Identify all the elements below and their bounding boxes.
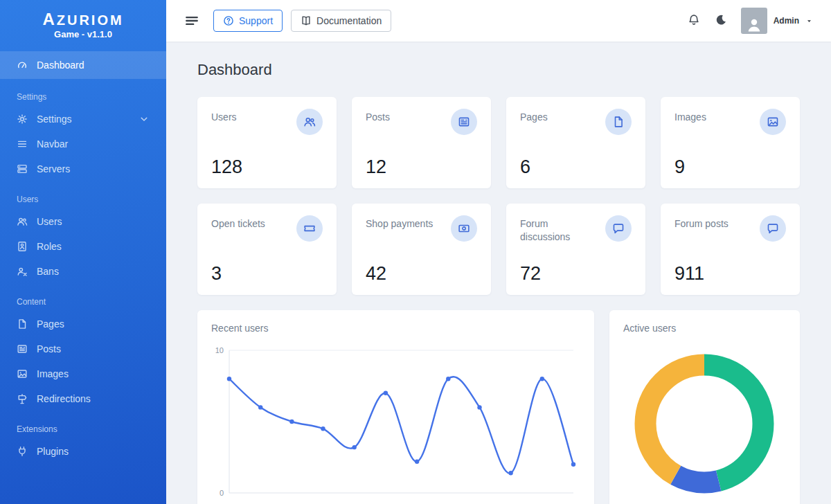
sidebar-item-navbar[interactable]: Navbar xyxy=(0,132,166,156)
stat-value: 42 xyxy=(366,264,477,283)
chat-icon xyxy=(605,215,632,242)
sidebar-item-redirections[interactable]: Redirections xyxy=(0,386,166,411)
sidebar-item-roles[interactable]: Roles xyxy=(0,234,166,259)
file-icon xyxy=(612,116,625,128)
stat-card-posts: Posts12 xyxy=(352,97,491,188)
stat-label: Images xyxy=(674,109,706,124)
documentation-button-label: Documentation xyxy=(316,15,382,26)
sidebar-item-plugins[interactable]: Plugins xyxy=(0,439,166,464)
sidebar-item-label: Posts xyxy=(37,343,61,354)
stats-grid: Users128Posts12Pages6Images9Open tickets… xyxy=(197,97,800,295)
sidebar-section-title-content: Content xyxy=(0,284,166,312)
gear-icon xyxy=(17,114,28,125)
sidebar-item-label: Redirections xyxy=(37,393,91,404)
stat-label: Shop payments xyxy=(366,215,433,231)
user-menu[interactable]: Admin xyxy=(741,8,813,34)
file-icon xyxy=(17,318,28,330)
question-circle-icon xyxy=(223,15,234,26)
main-content: Dashboard Users128Posts12Pages6Images9Op… xyxy=(166,42,831,504)
sidebar-item-label: Images xyxy=(37,368,69,379)
active-users-title: Active users xyxy=(623,323,786,334)
notifications-button[interactable] xyxy=(687,14,701,28)
chevron-down-icon xyxy=(138,114,150,125)
sidebar-item-images[interactable]: Images xyxy=(0,361,166,386)
stat-label: Users xyxy=(211,109,237,124)
list-icon xyxy=(17,138,28,150)
plug-icon xyxy=(17,446,28,457)
stat-card-users: Users128 xyxy=(197,97,337,188)
people-icon xyxy=(17,216,28,227)
sidebar-item-servers[interactable]: Servers xyxy=(0,156,166,181)
server-icon xyxy=(17,163,28,174)
bell-icon xyxy=(688,14,700,26)
image-icon xyxy=(760,109,786,135)
stat-label: Open tickets xyxy=(211,215,265,231)
sidebar-item-label: Servers xyxy=(37,163,70,174)
stat-card-header: Open tickets xyxy=(211,215,323,242)
sidebar-item-pages[interactable]: Pages xyxy=(0,312,166,336)
stat-card-forum-discussions: Forum discussions72 xyxy=(506,204,645,295)
caret-down-icon xyxy=(805,17,813,25)
sidebar-item-label: Users xyxy=(37,216,62,227)
stat-label: Pages xyxy=(520,109,548,124)
stat-value: 12 xyxy=(366,158,477,177)
brand-version: Game - v1.1.0 xyxy=(0,29,166,39)
cash-icon xyxy=(458,222,470,235)
sidebar-item-posts[interactable]: Posts xyxy=(0,336,166,361)
stat-card-open-tickets: Open tickets3 xyxy=(197,204,337,295)
chat-icon xyxy=(760,215,786,242)
stat-card-header: Forum posts xyxy=(674,215,786,242)
brand-logo[interactable]: AZURIOM Game - v1.1.0 xyxy=(0,0,166,47)
recent-users-title: Recent users xyxy=(211,323,580,334)
sidebar-item-settings[interactable]: Settings xyxy=(0,107,166,132)
sidebar-item-dashboard[interactable]: Dashboard xyxy=(0,51,166,79)
sidebar-toggle-button[interactable] xyxy=(184,13,199,28)
topbar-right: Admin xyxy=(687,8,813,34)
stat-card-pages: Pages6 xyxy=(506,97,645,188)
sidebar-sections: SettingsSettingsNavbarServersUsersUsersR… xyxy=(0,79,166,464)
sidebar-section-title-users: Users xyxy=(0,181,166,209)
svg-text:10: 10 xyxy=(215,346,224,354)
sidebar-item-bans[interactable]: Bans xyxy=(0,259,166,284)
stat-label: Forum discussions xyxy=(520,215,598,244)
charts-row: Recent users 100 Active users xyxy=(197,310,800,504)
support-button-label: Support xyxy=(239,15,273,26)
avatar xyxy=(741,8,767,34)
stat-value: 9 xyxy=(674,158,786,177)
documentation-button[interactable]: Documentation xyxy=(291,10,391,32)
sidebar-item-users[interactable]: Users xyxy=(0,209,166,234)
people-icon xyxy=(296,109,323,135)
support-button[interactable]: Support xyxy=(213,10,283,32)
recent-users-line-chart: 100 xyxy=(211,342,580,504)
topbar: Support Documentation Admin xyxy=(166,0,831,42)
person-icon xyxy=(745,16,763,34)
image-icon xyxy=(767,116,779,128)
stat-value: 128 xyxy=(211,158,323,177)
active-users-donut-chart xyxy=(623,342,786,504)
stat-card-header: Posts xyxy=(366,109,477,135)
book-icon xyxy=(301,15,312,26)
person-badge-icon xyxy=(17,241,28,252)
sidebar-item-label: Bans xyxy=(37,266,59,277)
recent-users-card: Recent users 100 xyxy=(197,310,594,504)
person-slash-icon xyxy=(17,266,28,277)
people-icon xyxy=(303,116,316,128)
chat-icon xyxy=(767,222,779,235)
image-icon xyxy=(17,368,28,379)
sidebar-section-title-extensions: Extensions xyxy=(0,411,166,439)
stat-value: 72 xyxy=(520,264,632,283)
svg-text:0: 0 xyxy=(220,489,224,497)
stat-card-header: Forum discussions xyxy=(520,215,632,244)
speedometer-icon xyxy=(17,60,28,71)
dark-mode-toggle[interactable] xyxy=(714,14,728,28)
sidebar: AZURIOM Game - v1.1.0 Dashboard Settings… xyxy=(0,0,166,504)
ticket-icon xyxy=(303,222,316,235)
sidebar-item-label: Roles xyxy=(37,241,62,252)
sidebar-item-label: Navbar xyxy=(37,138,68,150)
stat-card-header: Shop payments xyxy=(366,215,477,242)
sidebar-item-label: Dashboard xyxy=(37,60,84,71)
ticket-icon xyxy=(296,215,323,242)
stat-value: 911 xyxy=(674,264,786,283)
active-users-card: Active users xyxy=(609,310,800,504)
brand-name: AZURIOM xyxy=(0,10,166,28)
